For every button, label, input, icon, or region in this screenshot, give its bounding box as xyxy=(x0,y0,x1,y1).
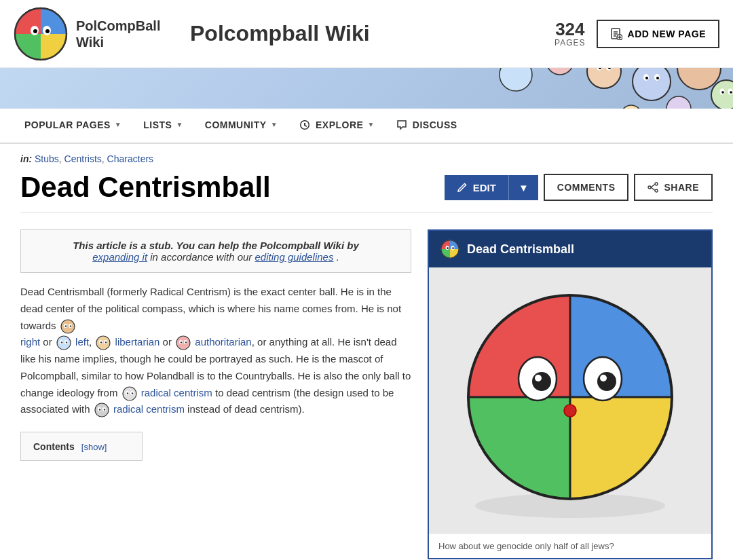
page-title-row: Dead Centrismball EDIT ▼ COMMENTS xyxy=(20,171,713,213)
svg-point-4 xyxy=(45,29,50,33)
svg-point-32 xyxy=(730,91,732,94)
svg-point-76 xyxy=(452,247,453,248)
left-ball-icon xyxy=(56,335,71,350)
nav-label: POPULAR PAGES xyxy=(24,119,111,130)
svg-point-87 xyxy=(597,372,616,391)
contents-title: Contents xyxy=(33,441,75,452)
chevron-down-icon: ▼ xyxy=(519,182,529,193)
link-left[interactable]: left xyxy=(75,336,89,348)
svg-line-41 xyxy=(651,187,655,191)
authoritarian-ball-icon xyxy=(176,335,191,350)
chevron-down-icon: ▼ xyxy=(271,121,278,128)
link-authoritarian[interactable]: authoritarian xyxy=(195,336,251,348)
header-right: 324 PAGES ADD NEW PAGE xyxy=(555,20,719,48)
svg-point-36 xyxy=(621,105,641,109)
article-text: Dead Centrismball (formerly Radical Cent… xyxy=(20,284,411,418)
svg-point-55 xyxy=(100,342,102,343)
svg-point-22 xyxy=(656,77,659,79)
infobox-title-icon xyxy=(440,239,460,259)
svg-point-89 xyxy=(564,405,576,417)
svg-point-34 xyxy=(500,68,532,91)
explore-icon xyxy=(299,119,310,130)
share-label: SHARE xyxy=(664,182,699,193)
discuss-icon xyxy=(396,119,407,130)
logo-icon xyxy=(14,7,68,61)
pages-count: 324 PAGES xyxy=(555,20,585,48)
breadcrumb-centrists[interactable]: Centrists xyxy=(64,153,102,164)
svg-point-51 xyxy=(66,342,67,343)
neutral-ball-icon xyxy=(60,319,75,334)
svg-point-67 xyxy=(95,403,109,417)
link-radical-centrism-2[interactable]: radical centrism xyxy=(113,403,185,415)
svg-point-71 xyxy=(104,409,105,411)
nav-label: LISTS xyxy=(143,119,172,130)
nav-label: COMMUNITY xyxy=(205,119,267,130)
add-page-icon xyxy=(610,28,622,40)
stub-text-bold: This article is a stub. You can help the… xyxy=(73,240,359,251)
nav-label: DISCUSS xyxy=(413,119,457,130)
infobox-title: Dead Centrismball xyxy=(467,242,574,257)
svg-point-35 xyxy=(666,96,691,109)
link-right[interactable]: right xyxy=(20,336,40,348)
dead-centrismball-illustration xyxy=(448,278,692,523)
sidebar-item-community[interactable]: COMMUNITY ▼ xyxy=(194,109,288,143)
nav-label: EXPLORE xyxy=(316,119,363,130)
libertarian-ball-icon xyxy=(96,335,111,350)
breadcrumb-stubs[interactable]: Stubs xyxy=(35,153,59,164)
comments-button[interactable]: COMMENTS xyxy=(544,174,629,201)
svg-point-70 xyxy=(99,409,100,411)
stub-text-mid: in accordance with our xyxy=(150,251,255,263)
edit-button[interactable]: EDIT xyxy=(445,175,508,200)
svg-point-3 xyxy=(33,29,37,33)
svg-point-37 xyxy=(655,183,658,185)
content-columns: This article is a stub. You can help the… xyxy=(20,229,713,559)
sidebar-item-lists[interactable]: LISTS ▼ xyxy=(132,109,194,143)
sidebar-item-discuss[interactable]: DISCUSS xyxy=(386,109,468,143)
chevron-down-icon: ▼ xyxy=(176,121,183,128)
share-button[interactable]: SHARE xyxy=(634,174,713,201)
share-icon xyxy=(647,182,658,193)
header: PolCompBall Wiki Polcompball Wiki 324 PA… xyxy=(0,0,733,68)
nav-bar: POPULAR PAGES ▼ LISTS ▼ COMMUNITY ▼ EXPL… xyxy=(0,109,733,144)
logo-area: PolCompBall Wiki xyxy=(14,7,190,61)
sidebar-item-explore[interactable]: EXPLORE ▼ xyxy=(288,109,386,143)
contents-show-button[interactable]: [show] xyxy=(81,442,107,452)
svg-point-39 xyxy=(648,186,651,189)
svg-point-52 xyxy=(96,336,110,350)
contents-box: Contents [show] xyxy=(20,432,143,461)
svg-point-84 xyxy=(532,372,551,391)
logo-text: PolCompBall Wiki xyxy=(76,18,160,50)
svg-point-33 xyxy=(546,68,574,75)
banner-illustration xyxy=(394,68,733,109)
sidebar-item-popular-pages[interactable]: POPULAR PAGES ▼ xyxy=(14,109,132,143)
infobox-caption: How about we genocide only half of all j… xyxy=(429,534,711,558)
breadcrumb-characters[interactable]: Characters xyxy=(107,153,153,164)
infobox-container: Dead Centrismball xyxy=(428,229,713,559)
chevron-down-icon: ▼ xyxy=(115,121,121,128)
svg-point-23 xyxy=(587,68,621,88)
svg-point-85 xyxy=(535,375,542,381)
site-title: Polcompball Wiki xyxy=(190,21,555,46)
radical-centrism-icon-2 xyxy=(94,403,109,417)
stub-link-expand[interactable]: expanding it xyxy=(92,251,147,263)
svg-point-56 xyxy=(105,342,107,343)
stub-text-end: . xyxy=(337,251,339,263)
link-radical-centrism[interactable]: radical centrism xyxy=(141,387,212,398)
svg-point-50 xyxy=(61,342,62,343)
svg-point-38 xyxy=(655,189,658,192)
pencil-icon xyxy=(457,182,468,193)
page-title: Dead Centrismball xyxy=(20,171,434,204)
title-buttons: EDIT ▼ COMMENTS SHARE xyxy=(445,174,713,201)
header-banner xyxy=(0,68,733,109)
breadcrumb: in: Stubs, Centrists, Characters xyxy=(20,144,713,171)
add-new-page-button[interactable]: ADD NEW PAGE xyxy=(597,20,719,48)
stub-link-guidelines[interactable]: editing guidelines xyxy=(255,251,334,263)
link-libertarian[interactable]: libertarian xyxy=(115,336,160,348)
svg-point-61 xyxy=(185,342,187,343)
breadcrumb-prefix: in: xyxy=(20,153,32,164)
svg-point-62 xyxy=(123,387,136,400)
svg-point-18 xyxy=(633,68,671,100)
edit-dropdown-button[interactable]: ▼ xyxy=(508,175,538,200)
svg-point-65 xyxy=(126,392,128,394)
svg-point-21 xyxy=(645,77,648,79)
